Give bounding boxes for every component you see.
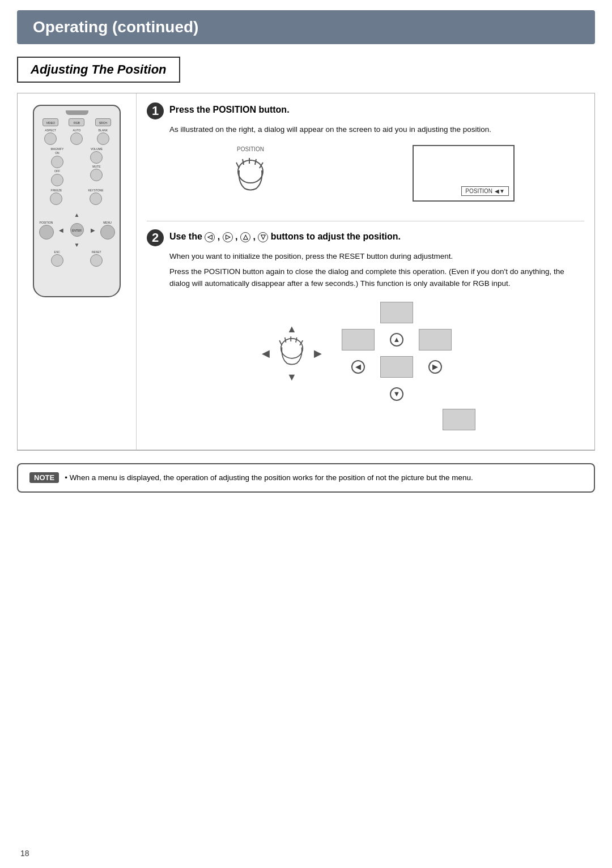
arrow-down-circle: ▽	[258, 232, 268, 242]
svg-line-2	[243, 159, 244, 165]
svg-line-10	[296, 337, 297, 343]
remote-btn-magnify-off	[51, 174, 63, 186]
step-2-body: When you want to initialize the position…	[169, 251, 584, 290]
pos-right-box	[419, 329, 452, 350]
remote-row-4: FREEZE KEYSTONE	[37, 189, 116, 205]
svg-line-1	[236, 163, 239, 168]
step-2-desc2: Press the POSITION button again to close…	[169, 266, 584, 290]
pos-right-arrow-circle: ▶	[428, 360, 442, 374]
step-2-title: Use the ◁ , ▷ , △ , ▽ buttons to adjust …	[169, 229, 401, 242]
pos-top-box	[380, 302, 413, 323]
pos-bottom-box	[443, 409, 475, 430]
arrow-right-circle: ▷	[223, 232, 233, 242]
section-title-box: Adjusting The Position	[17, 57, 180, 83]
pos-left-box	[342, 329, 375, 350]
svg-line-4	[255, 159, 256, 165]
arrow-right-icon: ▶	[314, 347, 322, 360]
note-body: When a menu is displayed, the operation …	[70, 473, 473, 482]
note-bullet: •	[65, 473, 67, 482]
main-content: VIDEO RGB SRCH ASPECT AUTO BLANK	[17, 93, 595, 451]
section-title: Adjusting The Position	[31, 62, 167, 76]
step-1-body: As illustrated on the right, a dialog wi…	[169, 124, 584, 136]
remote-btn-esc	[51, 254, 63, 267]
remote-btn-freeze	[50, 193, 62, 205]
step-2-diagram: ▲ ▼ ◀ ▶	[147, 300, 584, 407]
remote-btn-volume-up	[90, 151, 103, 164]
pos-left-arrow-circle: ◀	[351, 360, 365, 374]
remote-btn-reset	[90, 254, 103, 267]
remote-dpad: ▲ ▼ ◀ ▶ ENTER	[57, 209, 97, 250]
remote-btn-auto	[70, 132, 83, 145]
step-1-number: 1	[147, 102, 164, 119]
steps-area: VIDEO RGB SRCH ASPECT AUTO BLANK	[18, 93, 594, 450]
note-text: • When a menu is displayed, the operatio…	[65, 472, 473, 484]
step-2-number: 2	[147, 229, 164, 246]
position-cross-grid: ▲ ◀ ▶ ▼	[340, 300, 453, 407]
steps-right: 1 Press the POSITION button. As illustra…	[137, 93, 594, 450]
header-title: Operating (continued)	[33, 18, 198, 36]
remote-control-side: VIDEO RGB SRCH ASPECT AUTO BLANK	[18, 93, 137, 450]
remote-btn-position	[39, 225, 54, 240]
remote-btn-rgb: RGB	[69, 118, 84, 126]
step-1-header: 1 Press the POSITION button.	[147, 102, 584, 119]
remote-btn-mute	[90, 169, 103, 181]
svg-point-6	[281, 338, 303, 358]
pos-bottom-row	[147, 409, 584, 430]
remote-btn-aspect	[44, 132, 57, 145]
step-2-title-part1: Use the	[169, 232, 205, 241]
remote-btn-blank	[97, 132, 109, 145]
remote-btn-video: VIDEO	[42, 118, 58, 126]
remote-row-esc: ESC RESET	[37, 250, 116, 267]
remote-control-image: VIDEO RGB SRCH ASPECT AUTO BLANK	[33, 105, 121, 297]
note-box: NOTE • When a menu is displayed, the ope…	[17, 463, 595, 493]
position-button-illustration: POSITION	[228, 146, 273, 200]
pos-down-arrow-circle: ▼	[390, 387, 403, 401]
remote-btn-menu	[100, 225, 115, 240]
step-1-title: Press the POSITION button.	[169, 102, 290, 115]
position-dialog-box: POSITION ◀▼	[413, 145, 515, 202]
step-divider	[147, 221, 584, 221]
step-2-block: 2 Use the ◁ , ▷ , △ , ▽ buttons to adjus…	[147, 229, 584, 430]
page-header-banner: Operating (continued)	[17, 10, 595, 44]
position-label: POSITION	[237, 146, 264, 152]
step2-hand-arrows: ▲ ▼ ◀ ▶	[261, 322, 323, 384]
pos-center-box	[380, 356, 413, 378]
remote-row-2: ASPECT AUTO BLANK	[37, 129, 116, 145]
note-label: NOTE	[29, 472, 59, 483]
remote-notch	[66, 110, 88, 115]
remote-btn-search: SRCH	[95, 118, 111, 126]
step-2-desc1: When you want to initialize the position…	[169, 251, 584, 263]
step-1-description: As illustrated on the right, a dialog wi…	[169, 125, 491, 134]
step-2-title-part2: buttons to adjust the position.	[271, 232, 401, 241]
pos-up-arrow-circle: ▲	[390, 333, 403, 347]
remote-btn-keystone	[90, 193, 102, 205]
position-dialog-label: POSITION ◀▼	[461, 186, 509, 196]
svg-line-7	[279, 340, 282, 345]
hand-svg-2	[272, 333, 312, 373]
remote-row-3: MAGNIFY ON OFF VOLUME MUTE	[37, 147, 116, 186]
arrow-left-circle: ◁	[205, 232, 215, 242]
svg-point-0	[238, 160, 263, 183]
step-2-header: 2 Use the ◁ , ▷ , △ , ▽ buttons to adjus…	[147, 229, 584, 246]
remote-row-1: VIDEO RGB SRCH	[37, 118, 116, 126]
svg-line-8	[285, 337, 286, 343]
arrow-left-icon: ◀	[262, 347, 270, 360]
arrow-up-circle: △	[240, 232, 250, 242]
arrow-down-icon: ▼	[287, 371, 297, 383]
step-1-diagram: POSITION	[158, 145, 584, 202]
position-dialog-arrow-icon: ◀▼	[495, 188, 505, 194]
remote-btn-magnify-on	[51, 156, 63, 168]
step-1-block: 1 Press the POSITION button. As illustra…	[147, 102, 584, 205]
page-number: 18	[20, 849, 29, 858]
hand-press-svg	[228, 155, 273, 200]
